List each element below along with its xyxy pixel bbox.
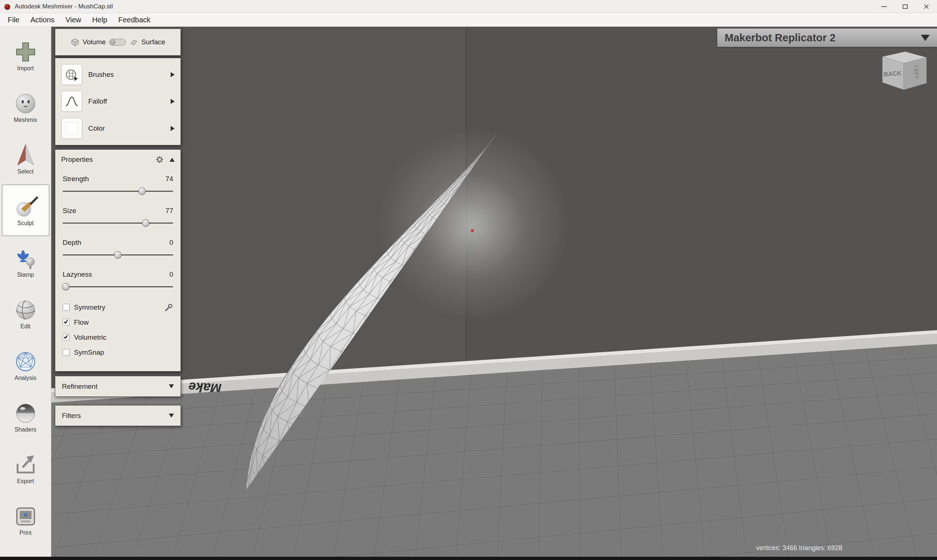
surface-plane-icon [129,38,138,46]
slider-knob[interactable] [114,251,122,258]
menu-bar: File Actions View Help Feedback [0,13,937,27]
window-title: Autodesk Meshmixer - MushCap.stl [15,3,113,10]
size-slider[interactable] [63,217,173,229]
export-arrow-icon [13,452,39,478]
lazyness-value: 0 [169,271,173,278]
size-label: Size [63,207,76,215]
sidebar-item-edit[interactable]: Edit [2,288,49,339]
symsnap-checkbox[interactable] [63,349,69,356]
strength-slider[interactable] [63,186,173,197]
bottom-strip [0,557,937,560]
filters-section[interactable]: Filters [55,405,181,426]
meshmix-face-icon [13,91,39,116]
switch-knob[interactable] [110,40,116,45]
collapse-down-icon[interactable] [169,414,174,418]
lazyness-slider[interactable] [63,281,173,293]
collapse-up-icon[interactable] [170,158,175,162]
sidebar-item-print[interactable]: Print [2,494,49,546]
chevron-right-icon [171,72,175,77]
title-bar: Autodesk Meshmixer - MushCap.stl [0,0,937,13]
menu-file[interactable]: File [2,13,25,26]
volume-cube-icon [71,38,79,46]
meshmixer-logo-icon [4,3,11,10]
volumetric-checkbox[interactable] [63,334,69,341]
brushes-row[interactable]: Brushes [61,62,175,88]
collapse-down-icon[interactable] [169,384,174,388]
depth-slider[interactable] [63,249,173,261]
maximize-button[interactable] [894,0,916,13]
falloff-row[interactable]: Falloff [61,89,175,114]
sidebar-item-export[interactable]: Export [2,443,49,494]
volume-surface-switch[interactable] [109,39,126,46]
printer-selector[interactable]: Makerbot Replicator 2 [717,29,937,47]
surface-label[interactable]: Surface [141,38,165,46]
symmetry-label: Symmetry [74,303,105,311]
scene-canvas[interactable]: Make [51,27,937,557]
strength-value: 74 [165,175,173,183]
edit-sphere-icon [13,297,39,323]
analysis-wireframe-icon [13,349,39,374]
chevron-down-icon [921,35,930,41]
mesh-stats-readout: vertices: 3466 triangles: 6928 [756,544,842,552]
slider-knob[interactable] [62,283,69,290]
brushes-button[interactable] [61,64,82,85]
falloff-curve-icon [65,94,79,109]
minimize-button[interactable] [873,0,894,13]
navcube-face-left[interactable]: LEFT [914,65,920,79]
brush-tools-section: Brushes Falloff Color [55,58,181,145]
symmetry-check-row[interactable]: Symmetry [63,300,173,315]
sidebar-label: Analysis [15,375,37,382]
slider-knob[interactable] [139,188,146,195]
color-label: Color [88,125,105,132]
sidebar-label: Sculpt [17,220,33,226]
symmetry-checkbox[interactable] [63,304,69,311]
falloff-label: Falloff [88,97,107,105]
menu-feedback[interactable]: Feedback [113,13,156,26]
sidebar-label: Meshmix [14,117,37,123]
sidebar-item-analysis[interactable]: Analysis [2,339,49,391]
color-swatch-button[interactable] [61,118,82,139]
wrench-icon[interactable] [164,303,173,312]
sidebar-item-shaders[interactable]: Shaders [2,391,49,443]
refinement-section[interactable]: Refinement [55,376,181,397]
close-button[interactable] [916,0,937,13]
stamp-icon [13,246,39,271]
properties-title: Properties [61,155,93,164]
sidebar-item-import[interactable]: Import [2,30,49,81]
symsnap-check-row[interactable]: SymSnap [63,345,173,360]
sidebar-label: Select [17,168,33,175]
chevron-right-icon [171,126,175,131]
symsnap-label: SymSnap [74,348,104,357]
lazyness-slider-group: Lazyness 0 [63,268,173,300]
menu-actions[interactable]: Actions [25,13,60,26]
sculpt-brush-icon [13,194,39,220]
volumetric-check-row[interactable]: Volumetric [63,330,173,345]
properties-header[interactable]: Properties [55,150,180,169]
chevron-right-icon [171,99,175,104]
slider-track-line [63,191,173,192]
slider-track-line [63,286,173,287]
color-row[interactable]: Color [61,115,175,141]
sidebar-label: Print [19,529,31,536]
sidebar-item-select[interactable]: Select [2,133,49,185]
strength-slider-group: Strength 74 [63,172,173,204]
menu-view[interactable]: View [60,13,87,26]
check-icon [64,334,68,338]
sidebar-item-stamp[interactable]: Stamp [2,236,49,288]
falloff-button[interactable] [61,91,82,112]
sidebar-item-sculpt[interactable]: Sculpt [2,185,49,236]
flow-check-row[interactable]: Flow [63,315,173,330]
check-icon [64,319,68,323]
navigation-cube[interactable]: BACK LEFT [871,49,930,96]
navcube-face-back[interactable]: BACK [883,69,902,78]
sidebar-label: Import [17,65,34,72]
size-slider-group: Size 77 [63,204,173,236]
sidebar-item-meshmix[interactable]: Meshmix [2,81,49,133]
volume-label[interactable]: Volume [83,38,106,46]
menu-help[interactable]: Help [87,13,113,26]
import-plus-icon [13,39,39,65]
slider-knob[interactable] [142,219,149,226]
viewport-3d[interactable]: Make Makerbot Replicator 2 BACK LEFT ver… [51,27,937,557]
gear-icon[interactable] [156,155,164,164]
flow-checkbox[interactable] [63,319,69,326]
